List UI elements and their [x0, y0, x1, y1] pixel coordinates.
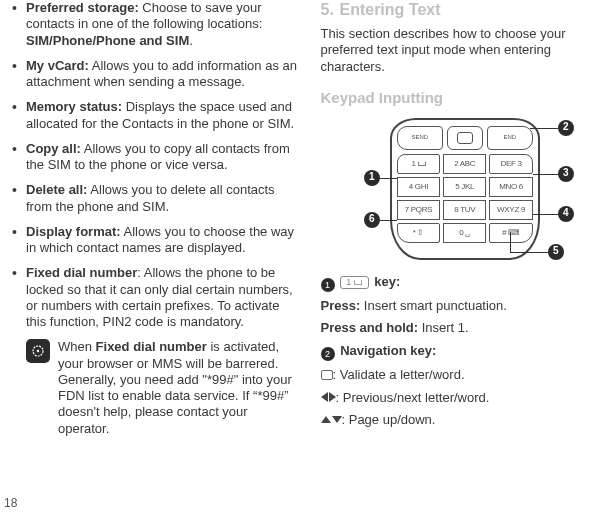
key-label: key: — [374, 274, 400, 289]
tail-bold: SIM/Phone/Phone and SIM — [26, 33, 189, 48]
key-9: WXYZ 9 — [489, 200, 532, 220]
nav-ud-text: : Page up/down. — [342, 412, 436, 427]
note-block: When Fixed dial number is activated, you… — [12, 339, 299, 437]
term: My vCard: — [26, 58, 89, 73]
left-arrow-icon — [321, 392, 328, 402]
press-desc: Insert smart punctuation. — [360, 298, 507, 313]
down-arrow-icon — [332, 416, 342, 423]
hold-term: Press and hold: — [321, 320, 419, 335]
key-7: 7 PQRS — [397, 200, 440, 220]
leader-1 — [380, 178, 397, 179]
nav-lr-line: : Previous/next letter/word. — [321, 390, 608, 406]
svg-point-1 — [37, 350, 39, 352]
leader-5a — [510, 232, 511, 252]
item-memory-status: Memory status: Displays the space used a… — [12, 99, 299, 132]
key-star: * ⇧ — [397, 223, 440, 243]
nav-key — [447, 126, 483, 150]
term: Preferred storage: — [26, 0, 139, 15]
term: Memory status: — [26, 99, 122, 114]
key-8: 8 TUV — [443, 200, 486, 220]
settings-list: Preferred storage: Choose to save your c… — [12, 0, 299, 330]
item-display-format: Display format: Allows you to choose the… — [12, 224, 299, 257]
leader-6 — [380, 220, 397, 221]
term: Display format: — [26, 224, 121, 239]
entry-1-press: Press: Insert smart punctuation. — [321, 298, 608, 314]
keypad-diagram: SEND END 1 ⌴ 2 ABC DEF 3 4 GHI 5 JKL MNO… — [334, 114, 594, 264]
item-copy-all: Copy all: Allows you to copy all contact… — [12, 141, 299, 174]
callout-5: 5 — [548, 244, 564, 260]
circle-1-icon: 1 — [321, 278, 335, 292]
hold-desc: Insert 1. — [418, 320, 469, 335]
key-hash: # ⌨ — [489, 223, 532, 243]
right-arrow-icon — [329, 392, 336, 402]
key-0: 0 ␣ — [443, 223, 486, 243]
callout-6: 6 — [364, 212, 380, 228]
send-key: SEND — [397, 126, 443, 150]
nav-ud-line: : Page up/down. — [321, 412, 608, 428]
entry-1-hold: Press and hold: Insert 1. — [321, 320, 608, 336]
top-row: SEND END — [397, 126, 533, 150]
page-number: 18 — [4, 496, 17, 511]
end-key: END — [487, 126, 533, 150]
nav-center-text: : Validate a letter/word. — [333, 367, 465, 382]
term: Delete all: — [26, 182, 87, 197]
tail-after: . — [189, 33, 193, 48]
key-1-box: 1 ⌴ — [340, 276, 369, 289]
left-column: Preferred storage: Choose to save your c… — [12, 0, 299, 437]
entry-1-heading: 1 1 ⌴ key: — [321, 274, 608, 293]
section-number: 5. — [321, 1, 334, 18]
callout-4: 4 — [558, 206, 574, 222]
center-icon — [321, 370, 333, 380]
sub-heading: Keypad Inputting — [321, 89, 608, 108]
item-fixed-dial-number: Fixed dial number: Allows the phone to b… — [12, 265, 299, 330]
leader-3 — [533, 174, 558, 175]
note-icon — [26, 339, 50, 363]
key-5: 5 JKL — [443, 177, 486, 197]
keypad-grid: 1 ⌴ 2 ABC DEF 3 4 GHI 5 JKL MNO 6 7 PQRS… — [397, 154, 533, 243]
leader-5b — [510, 252, 548, 253]
term: Fixed dial number — [26, 265, 137, 280]
item-my-vcard: My vCard: Allows you to add information … — [12, 58, 299, 91]
key-6: MNO 6 — [489, 177, 532, 197]
press-term: Press: — [321, 298, 361, 313]
key-2: 2 ABC — [443, 154, 486, 174]
item-preferred-storage: Preferred storage: Choose to save your c… — [12, 0, 299, 49]
circle-2-icon: 2 — [321, 347, 335, 361]
key-1: 1 ⌴ — [397, 154, 440, 174]
section-title: Entering Text — [339, 1, 440, 18]
term: Copy all: — [26, 141, 81, 156]
key-4: 4 GHI — [397, 177, 440, 197]
right-column: 5. Entering Text This section describes … — [321, 0, 608, 437]
leader-4 — [533, 214, 558, 215]
nav-center-line: : Validate a letter/word. — [321, 367, 608, 383]
note-pre: When — [58, 339, 96, 354]
leader-2 — [530, 128, 558, 129]
nav-lr-text: : Previous/next letter/word. — [336, 390, 490, 405]
key-3: DEF 3 — [489, 154, 532, 174]
item-delete-all: Delete all: Allows you to delete all con… — [12, 182, 299, 215]
note-text: When Fixed dial number is activated, you… — [58, 339, 299, 437]
section-heading: 5. Entering Text — [321, 0, 608, 20]
note-bold: Fixed dial number — [96, 339, 207, 354]
nav-key-label: Navigation key: — [340, 343, 436, 358]
callout-2: 2 — [558, 120, 574, 136]
callout-1: 1 — [364, 170, 380, 186]
entry-2-heading: 2 Navigation key: — [321, 343, 608, 362]
section-description: This section describes how to choose you… — [321, 26, 608, 75]
callout-3: 3 — [558, 166, 574, 182]
up-arrow-icon — [321, 416, 331, 423]
